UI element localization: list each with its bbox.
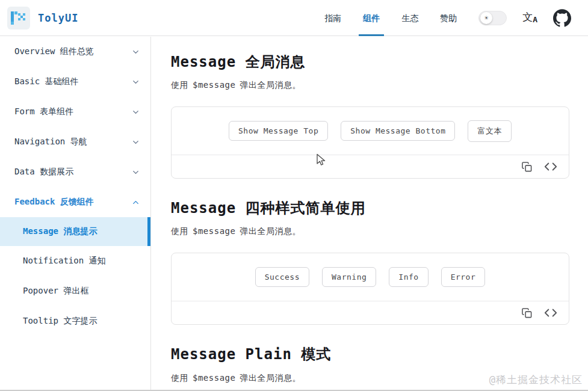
sidebar: Overview 组件总览 Basic 基础组件 Form 表单组件 Navig… bbox=[0, 37, 151, 390]
nav-item-sponsor[interactable]: 赞助 bbox=[440, 0, 457, 36]
sidebar-item-popover[interactable]: Popover 弹出框 bbox=[0, 276, 150, 306]
sidebar-group-data[interactable]: Data 数据展示 bbox=[0, 157, 150, 187]
section-global-message: Message 全局消息 使用$message弹出全局消息。 Show Mess… bbox=[171, 53, 569, 179]
logo-text: TolyUI bbox=[38, 12, 78, 24]
section-description: 使用$message弹出全局消息。 bbox=[171, 80, 569, 91]
demo-toolbar bbox=[172, 155, 569, 178]
sun-icon: ☀ bbox=[480, 12, 492, 24]
sidebar-item-tooltip[interactable]: Tooltip 文字提示 bbox=[0, 306, 150, 336]
error-button[interactable]: Error bbox=[441, 267, 486, 287]
inline-code: $message bbox=[193, 80, 235, 90]
view-source-icon[interactable] bbox=[544, 161, 557, 172]
sidebar-item-message[interactable]: Message 消息提示 bbox=[0, 217, 150, 246]
view-source-icon[interactable] bbox=[544, 307, 557, 318]
demo-toolbar bbox=[172, 301, 569, 324]
inline-code: $message bbox=[193, 373, 235, 383]
section-plain-mode: Message Plain 模式 使用$message弹出全局消息。 bbox=[171, 345, 569, 383]
success-button[interactable]: Success bbox=[255, 267, 309, 287]
sidebar-group-label: Form 表单组件 bbox=[14, 106, 73, 117]
sidebar-group-form[interactable]: Form 表单组件 bbox=[0, 97, 150, 127]
chevron-down-icon bbox=[131, 138, 140, 147]
demo-box: Show Message Top Show Message Bottom 富文本 bbox=[171, 106, 569, 179]
nav-item-guide[interactable]: 指南 bbox=[324, 0, 341, 36]
sidebar-group-label: Feedback 反馈组件 bbox=[14, 197, 94, 208]
sidebar-group-feedback[interactable]: Feedback 反馈组件 bbox=[0, 187, 150, 217]
copy-code-icon[interactable] bbox=[521, 307, 533, 319]
theme-toggle[interactable]: ☀ bbox=[478, 11, 507, 25]
sidebar-group-label: Overview 组件总览 bbox=[14, 46, 94, 57]
section-title: Message 四种样式简单使用 bbox=[171, 199, 569, 218]
section-description: 使用$message弹出全局消息。 bbox=[171, 373, 569, 384]
github-icon[interactable] bbox=[553, 9, 571, 27]
rich-text-button[interactable]: 富文本 bbox=[468, 120, 512, 142]
sidebar-group-overview[interactable]: Overview 组件总览 bbox=[0, 37, 150, 67]
header-tools: ☀ 文A bbox=[478, 9, 571, 27]
section-title: Message Plain 模式 bbox=[171, 345, 569, 364]
nav-item-components[interactable]: 组件 bbox=[363, 0, 380, 36]
top-header: TolyUI 指南 组件 生态 赞助 ☀ 文A bbox=[0, 0, 588, 36]
app-window: TolyUI 指南 组件 生态 赞助 ☀ 文A Overview 组件总览 bbox=[0, 0, 588, 391]
info-button[interactable]: Info bbox=[389, 267, 428, 287]
section-four-styles: Message 四种样式简单使用 使用$message弹出全局消息。 Succe… bbox=[171, 199, 569, 325]
chevron-down-icon bbox=[131, 78, 140, 87]
copy-code-icon[interactable] bbox=[521, 161, 533, 173]
show-message-top-button[interactable]: Show Message Top bbox=[229, 121, 328, 141]
header-nav: 指南 组件 生态 赞助 bbox=[324, 0, 457, 36]
warning-button[interactable]: Warning bbox=[322, 267, 376, 287]
sidebar-group-navigation[interactable]: Navigation 导航 bbox=[0, 127, 150, 157]
chevron-down-icon bbox=[131, 108, 140, 117]
sidebar-item-notification[interactable]: Notification 通知 bbox=[0, 246, 150, 276]
demo-area: Success Warning Info Error bbox=[172, 253, 569, 301]
language-switch-icon[interactable]: 文A bbox=[522, 12, 537, 23]
sidebar-group-label: Navigation 导航 bbox=[14, 137, 87, 147]
show-message-bottom-button[interactable]: Show Message Bottom bbox=[341, 121, 455, 141]
chevron-down-icon bbox=[131, 168, 140, 177]
sidebar-group-label: Basic 基础组件 bbox=[14, 76, 79, 87]
page-title: Message 全局消息 bbox=[171, 53, 569, 72]
section-description: 使用$message弹出全局消息。 bbox=[171, 226, 569, 237]
nav-item-ecosystem[interactable]: 生态 bbox=[401, 0, 418, 36]
tolyui-logo-icon bbox=[7, 7, 30, 29]
sidebar-group-label: Data 数据展示 bbox=[14, 167, 73, 177]
demo-box: Success Warning Info Error bbox=[171, 253, 569, 325]
chevron-down-icon bbox=[131, 48, 140, 57]
sidebar-group-basic[interactable]: Basic 基础组件 bbox=[0, 67, 150, 97]
logo[interactable]: TolyUI bbox=[7, 7, 78, 29]
chevron-up-icon bbox=[131, 198, 140, 207]
main-content: Message 全局消息 使用$message弹出全局消息。 Show Mess… bbox=[152, 37, 588, 390]
demo-area: Show Message Top Show Message Bottom 富文本 bbox=[172, 107, 569, 155]
inline-code: $message bbox=[193, 226, 235, 236]
